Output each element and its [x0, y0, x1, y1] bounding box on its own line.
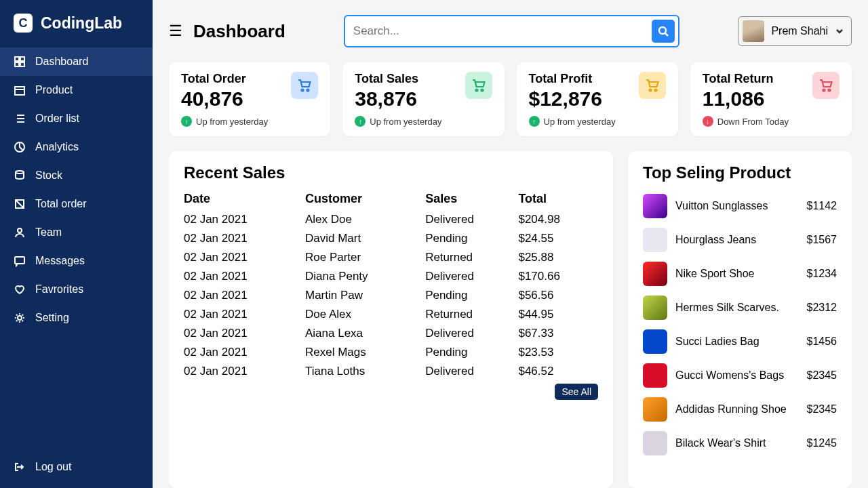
product-row[interactable]: Hermes Silk Scarves.$2312 — [643, 291, 837, 325]
search-button[interactable] — [652, 20, 675, 43]
product-name: Nike Sport Shoe — [675, 268, 799, 280]
svg-rect-0 — [15, 57, 19, 61]
product-price: $2345 — [807, 403, 837, 415]
menu-toggle-icon[interactable]: ☰ — [169, 22, 182, 40]
sidebar-item-setting[interactable]: Setting — [0, 304, 153, 332]
product-price: $1142 — [807, 200, 837, 212]
sidebar-item-label: Stock — [35, 169, 62, 182]
sidebar-item-label: Dashboard — [35, 56, 88, 68]
svg-point-12 — [302, 89, 304, 92]
box-icon — [14, 84, 26, 96]
svg-rect-1 — [20, 57, 24, 61]
summary-cards: Total Order40,876↑Up from yesterdayTotal… — [169, 62, 852, 136]
cart-icon — [291, 72, 318, 99]
card-title: Total Return — [703, 72, 774, 86]
sidebar-item-team[interactable]: Team — [0, 218, 153, 247]
avatar — [743, 20, 764, 42]
card-value: $12,876 — [529, 87, 602, 110]
sidebar-item-dashboard[interactable]: Dashboard — [0, 47, 153, 76]
topbar: ☰ Dashboard Prem Shahi — [169, 15, 852, 47]
cart-icon — [812, 72, 840, 99]
product-thumb — [643, 228, 667, 252]
nav-list: DashboardProductOrder listAnalyticsStock… — [0, 47, 153, 453]
sidebar-item-label: Favrorites — [35, 283, 83, 296]
user-menu[interactable]: Prem Shahi — [738, 16, 852, 46]
arrow-down-icon: ↓ — [703, 116, 713, 127]
product-price: $1567 — [807, 234, 837, 246]
product-row[interactable]: Bilack Wear's Shirt$1245 — [643, 426, 837, 460]
svg-rect-2 — [15, 62, 19, 66]
logout-icon — [14, 461, 26, 473]
brand: C CodingLab — [0, 14, 153, 47]
card-status: ↑Up from yesterday — [355, 116, 492, 127]
svg-point-19 — [829, 89, 831, 92]
table-row[interactable]: 02 Jan 2021Doe AlexReturned$44.95 — [184, 305, 598, 324]
card-value: 40,876 — [181, 87, 246, 110]
product-name: Addidas Running Shoe — [675, 403, 799, 415]
product-name: Bilack Wear's Shirt — [675, 437, 799, 449]
table-row[interactable]: 02 Jan 2021Roe ParterReturned$25.88 — [184, 248, 598, 267]
sidebar-item-label: Order list — [35, 113, 79, 125]
table-row[interactable]: 02 Jan 2021Tiana LothsDelivered$46.52 — [184, 362, 598, 381]
svg-point-11 — [659, 27, 666, 34]
logout-label: Log out — [35, 461, 71, 473]
search-input[interactable] — [353, 24, 652, 38]
sidebar-item-total-order[interactable]: Total order — [0, 190, 153, 218]
pie-icon — [14, 141, 26, 153]
product-price: $2312 — [807, 302, 837, 314]
svg-point-16 — [649, 89, 651, 92]
table-row[interactable]: 02 Jan 2021Alex DoeDelivered$204.98 — [184, 210, 598, 229]
svg-rect-3 — [20, 62, 24, 66]
panels: Recent Sales Date Customer Sales Total 0… — [169, 151, 852, 488]
product-row[interactable]: Succi Ladies Bag$1456 — [643, 325, 837, 359]
card-status: ↓Down From Today — [703, 116, 840, 127]
sidebar-item-product[interactable]: Product — [0, 76, 153, 104]
sidebar-item-label: Total order — [35, 198, 87, 210]
svg-point-13 — [307, 89, 309, 92]
cart-icon — [639, 72, 666, 99]
product-row[interactable]: Addidas Running Shoe$2345 — [643, 392, 837, 426]
page-title: Dashboard — [193, 21, 285, 42]
search-field[interactable] — [344, 15, 680, 47]
card-status: ↑Up from yesterday — [529, 116, 666, 127]
product-row[interactable]: Vuitton Sunglasses$1142 — [643, 189, 837, 223]
table-row[interactable]: 02 Jan 2021Diana PentyDelivered$170.66 — [184, 267, 598, 286]
top-products-list: Vuitton Sunglasses$1142Hourglass Jeans$1… — [643, 189, 837, 460]
svg-rect-9 — [15, 257, 24, 264]
sidebar-item-favrorites[interactable]: Favrorites — [0, 275, 153, 304]
product-price: $1456 — [807, 336, 837, 348]
cart-icon — [465, 72, 492, 99]
product-thumb — [643, 397, 667, 422]
product-row[interactable]: Gucci Womens's Bags$2345 — [643, 359, 837, 392]
summary-card-total-profit: Total Profit$12,876↑Up from yesterday — [517, 62, 678, 136]
sidebar-item-analytics[interactable]: Analytics — [0, 133, 153, 161]
summary-card-total-sales: Total Sales38,876↑Up from yesterday — [342, 62, 504, 136]
col-sales: Sales — [425, 189, 518, 210]
list-icon — [14, 113, 26, 125]
arrow-up-icon: ↑ — [529, 116, 540, 127]
product-row[interactable]: Nike Sport Shoe$1234 — [643, 257, 837, 291]
product-name: Gucci Womens's Bags — [675, 369, 799, 382]
sidebar-item-order-list[interactable]: Order list — [0, 104, 153, 133]
product-name: Hermes Silk Scarves. — [675, 302, 799, 314]
table-row[interactable]: 02 Jan 2021Aiana LexaDelivered$67.33 — [184, 324, 598, 343]
product-thumb — [643, 431, 667, 455]
search-icon — [657, 25, 669, 37]
logout-button[interactable]: Log out — [0, 453, 153, 481]
product-thumb — [643, 363, 667, 388]
product-price: $2345 — [807, 369, 837, 382]
svg-point-6 — [16, 171, 24, 174]
table-row[interactable]: 02 Jan 2021Martin PawPending$56.56 — [184, 286, 598, 305]
sidebar-item-label: Product — [35, 84, 73, 96]
product-price: $1234 — [807, 268, 837, 280]
heart-icon — [14, 283, 26, 296]
product-row[interactable]: Hourglass Jeans$1567 — [643, 223, 837, 257]
col-total: Total — [518, 189, 598, 210]
sidebar-item-stock[interactable]: Stock — [0, 161, 153, 190]
table-row[interactable]: 02 Jan 2021David MartPending$24.55 — [184, 229, 598, 248]
sidebar-item-messages[interactable]: Messages — [0, 247, 153, 275]
product-thumb — [643, 262, 667, 286]
card-title: Total Order — [181, 72, 246, 86]
see-all-button[interactable]: See All — [555, 384, 598, 400]
table-row[interactable]: 02 Jan 2021Rexel MagsPending$23.53 — [184, 343, 598, 362]
